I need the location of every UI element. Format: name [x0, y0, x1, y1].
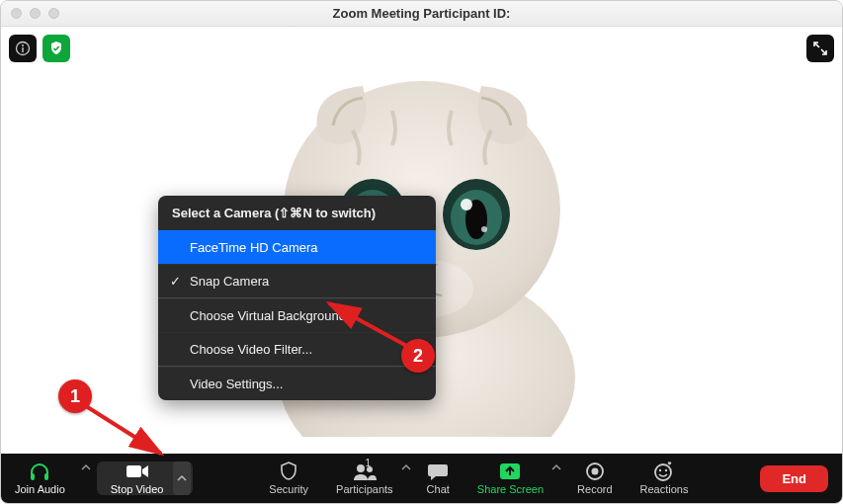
- svg-point-12: [461, 199, 472, 210]
- join-audio-button[interactable]: Join Audio: [1, 454, 79, 503]
- meeting-info-button[interactable]: [9, 35, 37, 62]
- chevron-up-icon: [177, 474, 187, 482]
- expand-icon: [812, 41, 828, 56]
- menu-item-label: Video Settings...: [190, 377, 283, 391]
- end-button[interactable]: End: [760, 465, 828, 492]
- menu-item-label: Choose Video Filter...: [190, 342, 312, 357]
- chevron-up-icon: [81, 463, 91, 471]
- camera-option-facetime[interactable]: FaceTime HD Camera: [158, 230, 436, 264]
- record-button[interactable]: Record: [563, 454, 626, 503]
- record-icon: [585, 462, 605, 481]
- stop-video-group: Stop Video: [97, 462, 194, 495]
- toolbar-label: Record: [577, 483, 612, 495]
- svg-rect-16: [31, 473, 35, 480]
- share-screen-button[interactable]: Share Screen: [464, 454, 549, 503]
- svg-point-1: [22, 44, 24, 46]
- annotation-step-1: 1: [58, 379, 92, 413]
- menu-item-label: Choose Virtual Background...: [190, 308, 357, 323]
- encryption-button[interactable]: [42, 35, 70, 62]
- toolbar-label: Reactions: [640, 483, 689, 495]
- chevron-up-icon: [551, 463, 561, 471]
- chevron-up-icon: [401, 463, 411, 471]
- shield-check-icon: [48, 41, 64, 56]
- menu-item-label: Snap Camera: [190, 274, 269, 289]
- menu-item-label: FaceTime HD Camera: [190, 240, 318, 255]
- toolbar-label: Security: [269, 483, 308, 495]
- chat-icon: [427, 462, 449, 480]
- check-icon: ✓: [170, 274, 181, 289]
- svg-point-24: [655, 464, 671, 480]
- info-icon: [15, 41, 31, 56]
- meeting-toolbar: Join Audio Stop Video Security 1 Partici…: [1, 454, 842, 503]
- toolbar-label: Participants: [336, 483, 392, 495]
- headphones-icon: [29, 462, 50, 481]
- svg-point-19: [357, 464, 365, 472]
- participants-button[interactable]: 1 Participants: [322, 454, 398, 503]
- window-title: Zoom Meeting Participant ID:: [1, 6, 842, 21]
- fullscreen-button[interactable]: [806, 35, 834, 62]
- menu-virtual-background[interactable]: Choose Virtual Background...: [158, 298, 436, 332]
- camera-menu-header: Select a Camera (⇧⌘N to switch): [158, 196, 436, 230]
- toolbar-label: Stop Video: [111, 483, 164, 495]
- camera-menu: Select a Camera (⇧⌘N to switch) FaceTime…: [158, 196, 436, 400]
- participants-caret[interactable]: [399, 454, 413, 503]
- share-screen-caret[interactable]: [549, 454, 563, 503]
- security-button[interactable]: Security: [255, 454, 322, 503]
- camera-option-snap[interactable]: ✓ Snap Camera: [158, 264, 436, 297]
- toolbar-label: Share Screen: [477, 483, 544, 495]
- svg-point-26: [665, 469, 667, 471]
- annotation-step-2: 2: [401, 339, 435, 373]
- stop-video-button[interactable]: Stop Video: [99, 462, 174, 495]
- svg-rect-18: [126, 465, 141, 477]
- menu-video-settings[interactable]: Video Settings...: [158, 367, 436, 400]
- video-area: Select a Camera (⇧⌘N to switch) FaceTime…: [1, 27, 842, 454]
- stop-video-caret[interactable]: [173, 462, 191, 495]
- smile-icon: [653, 462, 675, 481]
- participants-count: 1: [365, 458, 371, 468]
- toolbar-label: Chat: [427, 483, 450, 495]
- share-icon: [499, 462, 521, 480]
- reactions-button[interactable]: Reactions: [627, 454, 703, 503]
- titlebar: Zoom Meeting Participant ID:: [1, 1, 842, 27]
- svg-point-14: [481, 226, 487, 232]
- svg-point-23: [591, 468, 598, 475]
- toolbar-label: Join Audio: [15, 483, 65, 495]
- video-icon: [126, 463, 149, 479]
- shield-icon: [280, 462, 297, 481]
- svg-rect-17: [44, 473, 48, 480]
- menu-video-filter[interactable]: Choose Video Filter...: [158, 332, 436, 366]
- svg-point-25: [659, 469, 661, 471]
- chat-button[interactable]: Chat: [413, 454, 464, 503]
- svg-rect-2: [22, 47, 23, 52]
- zoom-window: Zoom Meeting Participant ID:: [0, 0, 843, 504]
- join-audio-caret[interactable]: [79, 454, 93, 503]
